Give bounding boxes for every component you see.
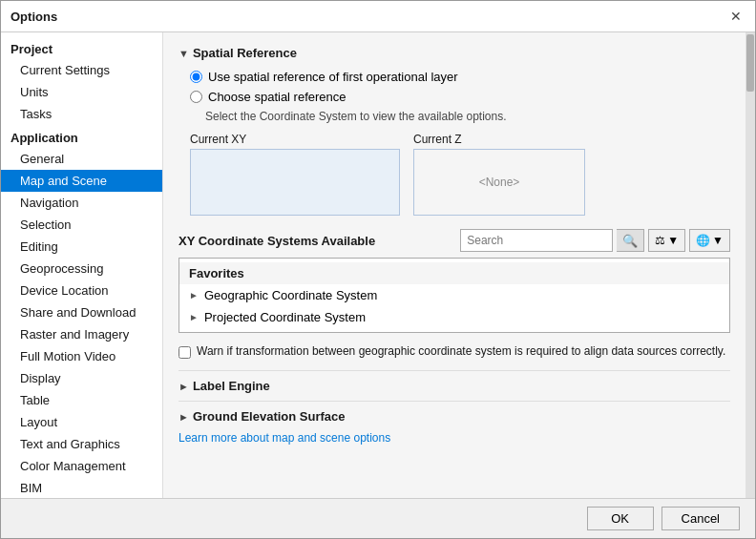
search-icon: 🔍 [622,234,638,248]
ok-button[interactable]: OK [587,507,654,530]
sidebar-section-project: Project [1,36,162,59]
current-xy-box: Current XY [190,133,400,216]
radio-use-first-layer[interactable] [190,71,202,83]
filter-button[interactable]: ⚖ ▼ [648,229,685,252]
filter-dropdown-arrow: ▼ [667,234,679,247]
expand-ground-elevation-arrow: ► [178,411,189,423]
sidebar-item-selection[interactable]: Selection [1,214,162,236]
current-xy-label: Current XY [190,133,400,146]
current-z-none-text: <None> [479,176,520,189]
geographic-coord-label: Geographic Coordinate System [204,288,377,302]
sidebar-item-display[interactable]: Display [1,367,162,389]
radio-choose-spatial[interactable] [190,91,202,103]
search-input[interactable] [467,234,606,247]
globe-filter-button[interactable]: 🌐 ▼ [689,229,730,252]
sidebar-item-table[interactable]: Table [1,389,162,411]
sidebar-section-application: Application [1,125,162,148]
dialog-footer: OK Cancel [1,498,755,538]
sidebar-item-color-management[interactable]: Color Management [1,455,162,477]
xy-systems-header: XY Coordinate Systems Available 🔍 ⚖ ▼ [178,229,730,252]
list-item-projected[interactable]: ► Projected Coordinate System [179,306,729,328]
dialog-body: Project Current Settings Units Tasks App… [1,32,755,498]
projected-coord-label: Projected Coordinate System [204,310,366,324]
radio-choose-spatial-label: Choose spatial reference [208,90,346,104]
spatial-reference-title: Spatial Reference [193,46,297,60]
current-z-input[interactable]: <None> [413,149,585,216]
close-button[interactable]: ✕ [726,7,746,26]
title-bar: Options ✕ [1,1,755,32]
options-dialog: Options ✕ Project Current Settings Units… [0,0,756,539]
ground-elevation-title: Ground Elevation Surface [193,409,346,424]
main-scrollbar-thumb [746,34,754,92]
sidebar-item-share-download[interactable]: Share and Download [1,301,162,323]
sidebar-item-raster-imagery[interactable]: Raster and Imagery [1,323,162,345]
warn-row: Warn if transformation between geographi… [178,344,730,359]
sidebar-item-tasks[interactable]: Tasks [1,103,162,125]
current-z-label: Current Z [413,133,585,146]
expand-geographic-arrow: ► [189,290,199,301]
warn-label: Warn if transformation between geographi… [197,344,725,358]
sidebar-item-current-settings[interactable]: Current Settings [1,59,162,81]
list-item-geographic[interactable]: ► Geographic Coordinate System [179,284,729,306]
sidebar-item-general[interactable]: General [1,148,162,170]
sidebar-item-navigation[interactable]: Navigation [1,192,162,214]
radio-row-use-spatial: Use spatial reference of first operation… [190,70,730,84]
warn-checkbox[interactable] [178,346,191,359]
sidebar: Project Current Settings Units Tasks App… [1,32,163,498]
current-z-box: Current Z <None> [413,133,585,216]
xy-systems-section: XY Coordinate Systems Available 🔍 ⚖ ▼ [178,229,730,333]
filter-icon: ⚖ [655,234,665,247]
sidebar-item-device-location[interactable]: Device Location [1,280,162,301]
label-engine-title: Label Engine [193,379,270,393]
coord-list-favorites: Favorites [179,262,729,284]
search-row: 🔍 ⚖ ▼ 🌐 ▼ [460,229,730,252]
search-icon-button[interactable]: 🔍 [617,229,644,252]
globe-icon: 🌐 [696,234,710,247]
radio-use-first-layer-label: Use spatial reference of first operation… [208,70,458,84]
label-engine-header[interactable]: ► Label Engine [178,379,730,393]
coord-systems-list: Favorites ► Geographic Coordinate System… [178,258,730,333]
dialog-title: Options [10,10,57,24]
collapse-arrow-spatial[interactable]: ▼ [178,48,189,59]
label-engine-section: ► Label Engine [178,370,730,393]
sidebar-item-layout[interactable]: Layout [1,411,162,433]
coord-row: Current XY Current Z <None> [190,133,730,216]
sidebar-item-bim[interactable]: BIM [1,477,162,498]
main-scrollbar[interactable] [746,32,755,498]
sidebar-item-text-graphics[interactable]: Text and Graphics [1,433,162,455]
search-box [460,229,613,252]
sidebar-item-editing[interactable]: Editing [1,236,162,258]
expand-label-engine-arrow: ► [178,381,189,392]
ground-elevation-section: ► Ground Elevation Surface [178,401,730,424]
sidebar-item-full-motion-video[interactable]: Full Motion Video [1,345,162,367]
ground-elevation-header[interactable]: ► Ground Elevation Surface [178,409,730,424]
main-scroll-area: ▼ Spatial Reference Use spatial referenc… [163,32,755,498]
xy-systems-title: XY Coordinate Systems Available [178,234,375,248]
expand-projected-arrow: ► [189,312,199,322]
main-content: ▼ Spatial Reference Use spatial referenc… [163,32,746,498]
coord-hint: Select the Coordinate System to view the… [205,110,730,123]
sidebar-item-geoprocessing[interactable]: Geoprocessing [1,258,162,280]
globe-dropdown-arrow: ▼ [712,234,724,247]
cancel-button[interactable]: Cancel [662,507,740,530]
current-xy-input[interactable] [190,149,400,216]
spatial-reference-header: ▼ Spatial Reference [178,46,730,60]
radio-row-choose-spatial: Choose spatial reference [190,90,730,104]
sidebar-item-units[interactable]: Units [1,81,162,103]
learn-more-link[interactable]: Learn more about map and scene options [178,431,730,445]
sidebar-item-map-and-scene[interactable]: Map and Scene [1,170,162,192]
